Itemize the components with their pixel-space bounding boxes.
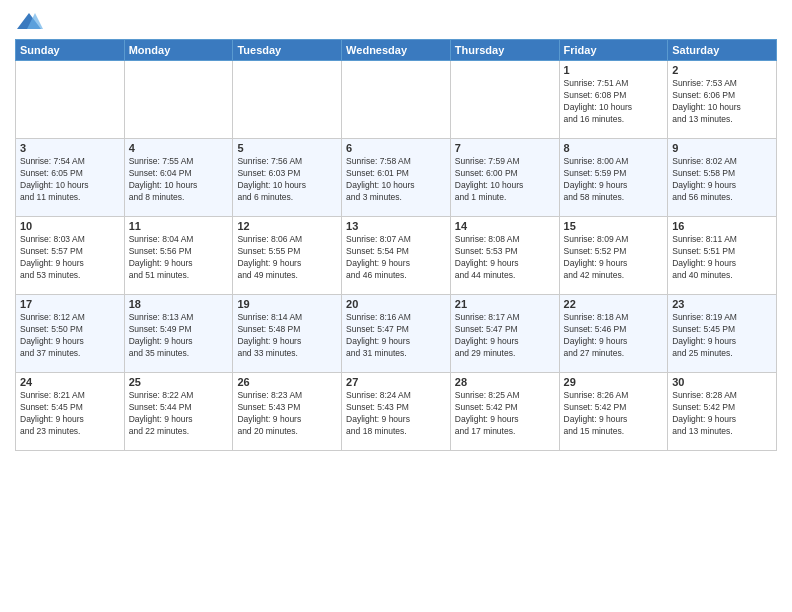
calendar-cell: [16, 61, 125, 139]
calendar-cell: 22Sunrise: 8:18 AM Sunset: 5:46 PM Dayli…: [559, 295, 668, 373]
header: [15, 10, 777, 31]
page-container: SundayMondayTuesdayWednesdayThursdayFrid…: [0, 0, 792, 461]
cell-info: Sunrise: 8:28 AM Sunset: 5:42 PM Dayligh…: [672, 390, 772, 438]
calendar-cell: 19Sunrise: 8:14 AM Sunset: 5:48 PM Dayli…: [233, 295, 342, 373]
day-number: 26: [237, 376, 337, 388]
day-number: 30: [672, 376, 772, 388]
week-row-5: 24Sunrise: 8:21 AM Sunset: 5:45 PM Dayli…: [16, 373, 777, 451]
cell-info: Sunrise: 8:21 AM Sunset: 5:45 PM Dayligh…: [20, 390, 120, 438]
day-number: 22: [564, 298, 664, 310]
day-number: 25: [129, 376, 229, 388]
day-number: 19: [237, 298, 337, 310]
calendar-cell: 18Sunrise: 8:13 AM Sunset: 5:49 PM Dayli…: [124, 295, 233, 373]
day-number: 1: [564, 64, 664, 76]
calendar-cell: [233, 61, 342, 139]
calendar-table: SundayMondayTuesdayWednesdayThursdayFrid…: [15, 39, 777, 451]
logo-icon: [15, 11, 43, 31]
logo: [15, 10, 47, 31]
calendar-cell: 26Sunrise: 8:23 AM Sunset: 5:43 PM Dayli…: [233, 373, 342, 451]
week-row-3: 10Sunrise: 8:03 AM Sunset: 5:57 PM Dayli…: [16, 217, 777, 295]
calendar-cell: 13Sunrise: 8:07 AM Sunset: 5:54 PM Dayli…: [342, 217, 451, 295]
cell-info: Sunrise: 8:17 AM Sunset: 5:47 PM Dayligh…: [455, 312, 555, 360]
day-number: 24: [20, 376, 120, 388]
cell-info: Sunrise: 7:51 AM Sunset: 6:08 PM Dayligh…: [564, 78, 664, 126]
day-header-wednesday: Wednesday: [342, 40, 451, 61]
day-number: 10: [20, 220, 120, 232]
cell-info: Sunrise: 7:58 AM Sunset: 6:01 PM Dayligh…: [346, 156, 446, 204]
day-number: 3: [20, 142, 120, 154]
calendar-cell: 7Sunrise: 7:59 AM Sunset: 6:00 PM Daylig…: [450, 139, 559, 217]
day-header-monday: Monday: [124, 40, 233, 61]
day-number: 23: [672, 298, 772, 310]
calendar-cell: [342, 61, 451, 139]
day-header-tuesday: Tuesday: [233, 40, 342, 61]
day-number: 29: [564, 376, 664, 388]
day-number: 6: [346, 142, 446, 154]
day-header-friday: Friday: [559, 40, 668, 61]
cell-info: Sunrise: 7:56 AM Sunset: 6:03 PM Dayligh…: [237, 156, 337, 204]
week-row-4: 17Sunrise: 8:12 AM Sunset: 5:50 PM Dayli…: [16, 295, 777, 373]
cell-info: Sunrise: 8:13 AM Sunset: 5:49 PM Dayligh…: [129, 312, 229, 360]
day-number: 2: [672, 64, 772, 76]
day-number: 9: [672, 142, 772, 154]
calendar-cell: 6Sunrise: 7:58 AM Sunset: 6:01 PM Daylig…: [342, 139, 451, 217]
calendar-cell: 27Sunrise: 8:24 AM Sunset: 5:43 PM Dayli…: [342, 373, 451, 451]
day-number: 8: [564, 142, 664, 154]
calendar-cell: 4Sunrise: 7:55 AM Sunset: 6:04 PM Daylig…: [124, 139, 233, 217]
day-number: 17: [20, 298, 120, 310]
cell-info: Sunrise: 8:00 AM Sunset: 5:59 PM Dayligh…: [564, 156, 664, 204]
cell-info: Sunrise: 8:22 AM Sunset: 5:44 PM Dayligh…: [129, 390, 229, 438]
day-number: 11: [129, 220, 229, 232]
calendar-cell: 16Sunrise: 8:11 AM Sunset: 5:51 PM Dayli…: [668, 217, 777, 295]
calendar-cell: 25Sunrise: 8:22 AM Sunset: 5:44 PM Dayli…: [124, 373, 233, 451]
calendar-cell: 29Sunrise: 8:26 AM Sunset: 5:42 PM Dayli…: [559, 373, 668, 451]
day-number: 4: [129, 142, 229, 154]
calendar-cell: 28Sunrise: 8:25 AM Sunset: 5:42 PM Dayli…: [450, 373, 559, 451]
week-row-2: 3Sunrise: 7:54 AM Sunset: 6:05 PM Daylig…: [16, 139, 777, 217]
cell-info: Sunrise: 8:06 AM Sunset: 5:55 PM Dayligh…: [237, 234, 337, 282]
calendar-cell: 1Sunrise: 7:51 AM Sunset: 6:08 PM Daylig…: [559, 61, 668, 139]
cell-info: Sunrise: 7:54 AM Sunset: 6:05 PM Dayligh…: [20, 156, 120, 204]
calendar-cell: 15Sunrise: 8:09 AM Sunset: 5:52 PM Dayli…: [559, 217, 668, 295]
day-number: 13: [346, 220, 446, 232]
day-number: 15: [564, 220, 664, 232]
calendar-cell: [450, 61, 559, 139]
calendar-cell: 23Sunrise: 8:19 AM Sunset: 5:45 PM Dayli…: [668, 295, 777, 373]
cell-info: Sunrise: 8:25 AM Sunset: 5:42 PM Dayligh…: [455, 390, 555, 438]
cell-info: Sunrise: 7:55 AM Sunset: 6:04 PM Dayligh…: [129, 156, 229, 204]
cell-info: Sunrise: 8:09 AM Sunset: 5:52 PM Dayligh…: [564, 234, 664, 282]
header-row: SundayMondayTuesdayWednesdayThursdayFrid…: [16, 40, 777, 61]
calendar-cell: 2Sunrise: 7:53 AM Sunset: 6:06 PM Daylig…: [668, 61, 777, 139]
cell-info: Sunrise: 8:23 AM Sunset: 5:43 PM Dayligh…: [237, 390, 337, 438]
cell-info: Sunrise: 7:59 AM Sunset: 6:00 PM Dayligh…: [455, 156, 555, 204]
calendar-cell: 9Sunrise: 8:02 AM Sunset: 5:58 PM Daylig…: [668, 139, 777, 217]
day-number: 7: [455, 142, 555, 154]
calendar-cell: 3Sunrise: 7:54 AM Sunset: 6:05 PM Daylig…: [16, 139, 125, 217]
cell-info: Sunrise: 8:16 AM Sunset: 5:47 PM Dayligh…: [346, 312, 446, 360]
day-number: 20: [346, 298, 446, 310]
cell-info: Sunrise: 8:08 AM Sunset: 5:53 PM Dayligh…: [455, 234, 555, 282]
cell-info: Sunrise: 8:18 AM Sunset: 5:46 PM Dayligh…: [564, 312, 664, 360]
calendar-cell: 20Sunrise: 8:16 AM Sunset: 5:47 PM Dayli…: [342, 295, 451, 373]
day-header-thursday: Thursday: [450, 40, 559, 61]
calendar-cell: 5Sunrise: 7:56 AM Sunset: 6:03 PM Daylig…: [233, 139, 342, 217]
calendar-cell: 11Sunrise: 8:04 AM Sunset: 5:56 PM Dayli…: [124, 217, 233, 295]
calendar-cell: 12Sunrise: 8:06 AM Sunset: 5:55 PM Dayli…: [233, 217, 342, 295]
cell-info: Sunrise: 8:19 AM Sunset: 5:45 PM Dayligh…: [672, 312, 772, 360]
cell-info: Sunrise: 8:03 AM Sunset: 5:57 PM Dayligh…: [20, 234, 120, 282]
cell-info: Sunrise: 8:14 AM Sunset: 5:48 PM Dayligh…: [237, 312, 337, 360]
day-number: 12: [237, 220, 337, 232]
day-number: 21: [455, 298, 555, 310]
day-number: 5: [237, 142, 337, 154]
week-row-1: 1Sunrise: 7:51 AM Sunset: 6:08 PM Daylig…: [16, 61, 777, 139]
calendar-cell: 21Sunrise: 8:17 AM Sunset: 5:47 PM Dayli…: [450, 295, 559, 373]
cell-info: Sunrise: 8:11 AM Sunset: 5:51 PM Dayligh…: [672, 234, 772, 282]
cell-info: Sunrise: 8:07 AM Sunset: 5:54 PM Dayligh…: [346, 234, 446, 282]
day-number: 27: [346, 376, 446, 388]
cell-info: Sunrise: 8:24 AM Sunset: 5:43 PM Dayligh…: [346, 390, 446, 438]
calendar-cell: 24Sunrise: 8:21 AM Sunset: 5:45 PM Dayli…: [16, 373, 125, 451]
day-number: 14: [455, 220, 555, 232]
calendar-cell: 30Sunrise: 8:28 AM Sunset: 5:42 PM Dayli…: [668, 373, 777, 451]
calendar-cell: 10Sunrise: 8:03 AM Sunset: 5:57 PM Dayli…: [16, 217, 125, 295]
day-header-sunday: Sunday: [16, 40, 125, 61]
